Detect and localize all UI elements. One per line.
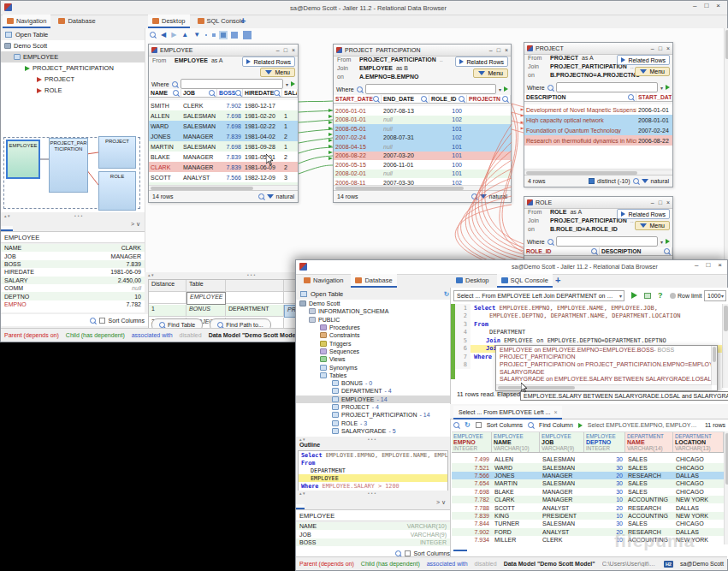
maximize-button[interactable]: □ [497, 47, 500, 53]
diagram-box-employee[interactable]: EMPLOYEE [6, 140, 40, 179]
run-icon[interactable] [578, 423, 583, 428]
table-row[interactable]: Development of Novel Magnetic Suspension… [524, 104, 672, 115]
sort-mode-label[interactable]: natural [651, 178, 669, 184]
editor-line[interactable]: 1Select EMPLOYEE.EMPNO, EMPLOYEE.NAME, E… [455, 304, 722, 312]
tree-item[interactable]: PROJECT_PARTICIPATION - 14 [296, 411, 450, 419]
thumbnail-size-1-icon[interactable] [205, 34, 207, 36]
column-header[interactable]: END_DATE [382, 95, 429, 103]
tab[interactable]: Database [54, 15, 99, 28]
table-row[interactable]: WARDSALESMAN7.6981981-02-221 [149, 121, 298, 131]
filter-icon[interactable] [642, 179, 648, 183]
table-row[interactable]: 2008-05-01null101 [334, 124, 511, 134]
row-limit-combo[interactable]: 1000▾ [704, 290, 726, 301]
table-row[interactable]: 2008-01-01null102 [334, 116, 511, 125]
sort-columns-checkbox[interactable] [476, 422, 482, 428]
menu-button[interactable]: Menu [473, 68, 508, 78]
frame-titlebar[interactable]: ROLE –□× [524, 197, 672, 209]
zoom-icon[interactable] [150, 32, 156, 38]
tab-overflow-icon[interactable]: > ∨ [435, 499, 447, 506]
minimize-button[interactable]: – [651, 45, 654, 51]
tree-item[interactable]: INFORMATION_SCHEMA [296, 307, 450, 315]
minimize-button[interactable]: – [651, 199, 654, 205]
details-tab[interactable] [25, 226, 37, 231]
tree-item[interactable]: PROJECT [1, 74, 145, 85]
column-filter-icon[interactable] [502, 96, 508, 102]
sort-columns-checkbox[interactable] [405, 550, 411, 556]
new-tab-button[interactable]: + [240, 15, 246, 26]
dropdown-icon[interactable]: ▾ [286, 81, 288, 87]
menu-button[interactable]: Menu [635, 221, 670, 230]
column-header[interactable]: ROLE_ID [429, 95, 467, 103]
column-header[interactable]: NAME [149, 89, 181, 97]
column-filter-icon[interactable] [672, 94, 672, 100]
column-filter-icon[interactable] [591, 248, 597, 254]
table-row[interactable]: 2006-08-222007-03-20101 [334, 152, 511, 161]
column-header[interactable]: SALAR [282, 89, 298, 97]
run-icon[interactable] [291, 81, 295, 86]
tree-item[interactable]: EMPLOYEE [1, 51, 145, 62]
outline-line[interactable]: DEPARTMENT [299, 467, 447, 474]
column-header[interactable]: BOSS [217, 89, 243, 97]
tree-item[interactable]: EMPLOYEE - 14 [296, 396, 450, 403]
tree-item[interactable]: Sequences [296, 348, 450, 355]
result-row[interactable]: 7.499ALLENSALESMAN30SALESCHICAGO [452, 455, 724, 463]
diagram-box-role[interactable]: ROLE [98, 171, 136, 211]
close-button[interactable]: × [666, 199, 670, 205]
maximize-button[interactable]: □ [659, 199, 662, 205]
table-row[interactable]: 2007-02-242008-07-31102 [334, 134, 511, 143]
column-filter-icon[interactable] [628, 94, 634, 100]
menu-button[interactable]: Menu [260, 68, 295, 77]
outline-line[interactable]: Select EMPLOYEE.EMPNO, EMPLOYEE.NAME, EM… [299, 451, 447, 459]
result-tab[interactable]: Select ... From EMPLOYEE Left ...× [453, 406, 562, 419]
column-filter-icon[interactable] [421, 96, 427, 102]
related-rows-button[interactable]: Related Rows [455, 57, 508, 67]
forward-icon[interactable]: ▶ [171, 31, 176, 39]
close-button[interactable]: × [718, 261, 722, 269]
autocomplete-item[interactable]: SALARYGRADE on EMPLOYEE.SALARY BETWEEN S… [496, 375, 717, 383]
tree-item[interactable]: ROLE [1, 85, 145, 96]
result-column-header[interactable]: EMPLOYEEEMPNOINTEGER [452, 432, 492, 452]
result-view-tab[interactable] [469, 546, 482, 551]
table-row[interactable]: SMITHCLERK7.9021980-12-17 [149, 100, 298, 110]
autocomplete-item[interactable]: EMPLOYEE on EMPLOYEE.EMPNO=EMPLOYEE.BOSS… [496, 346, 717, 354]
details-tab[interactable] [13, 226, 25, 231]
result-column-header[interactable]: EMPLOYEEJOBVARCHAR(9) [540, 432, 584, 452]
table-row[interactable]: Research on thermofluid dynamics in Micr… [524, 135, 672, 146]
run-script-icon[interactable] [644, 293, 651, 299]
editor-line[interactable]: 5Join EMPLOYEE on EMPLOYEE.DEPTNO=DEPART… [455, 336, 722, 345]
tree-item[interactable]: Tables [296, 372, 450, 379]
column-header[interactable]: ROLE_ID [524, 247, 600, 255]
result-row[interactable]: 7.839KINGPRESIDENT10ACCOUNTINGNEW YORK [452, 512, 724, 520]
connection-user[interactable]: sa@Demo Scott [680, 561, 724, 567]
related-rows-button[interactable]: Related Rows [617, 55, 670, 65]
sort-mode-label[interactable]: natural [489, 193, 507, 199]
tab[interactable]: Desktop [452, 274, 494, 288]
table-row[interactable]: High capacity optical network2008-01-01 [524, 115, 672, 125]
table-row[interactable]: ALLENSALESMAN7.6981981-02-201 [149, 110, 298, 121]
column-filter-icon[interactable] [373, 96, 379, 102]
result-vertical-scrollbar[interactable] [724, 431, 728, 544]
table-row[interactable]: CLARKMANAGER7.8391981-06-092 [149, 162, 298, 172]
minimize-button[interactable]: – [693, 2, 696, 9]
closure-cell[interactable]: DEPARTMENT [226, 305, 284, 317]
autocomplete-item[interactable]: PROJECT_PARTICIPATION [496, 354, 717, 361]
column-header[interactable]: START_DATE [334, 95, 382, 103]
table-row[interactable]: MARTINSALESMAN7.6981981-09-281 [149, 141, 298, 152]
table-row[interactable]: 2006-01-012007-08-13100 [334, 106, 511, 116]
desktop-vertical-scrollbar[interactable] [724, 28, 728, 272]
editor-line[interactable]: 4DEPARTMENT [455, 329, 722, 337]
window2-titlebar[interactable]: sa@Demo Scott - Jailer 11.2 - Relational… [296, 260, 727, 275]
tree-item[interactable]: Procedures [296, 324, 450, 331]
where-input[interactable] [181, 79, 283, 89]
tree-item[interactable]: Constraints [296, 331, 450, 339]
column-header[interactable]: START_DAT [636, 93, 672, 101]
tab[interactable]: Desktop [148, 15, 190, 28]
autocomplete-item[interactable]: SALARYGRADE [496, 368, 717, 376]
diagram-box-participation[interactable]: PROJECT_PAR TICIPATION [49, 138, 88, 193]
back-icon[interactable]: ◀ [161, 31, 166, 39]
autocomplete-item[interactable]: PROJECT_PARTICIPATION on PROJECT_PARTICI… [496, 360, 717, 368]
dropdown-icon[interactable]: ▾ [499, 86, 501, 92]
run-icon[interactable] [504, 86, 508, 92]
close-button[interactable]: × [505, 47, 508, 53]
refresh-icon[interactable]: ↻ [465, 421, 471, 429]
